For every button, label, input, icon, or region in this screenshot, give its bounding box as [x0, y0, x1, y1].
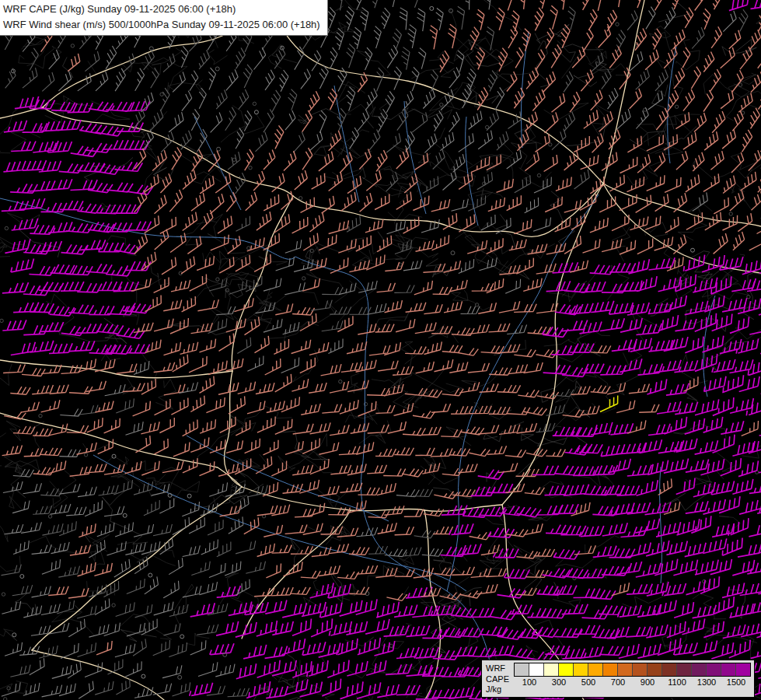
legend-swatch — [588, 663, 603, 676]
legend-swatch — [559, 663, 574, 676]
legend-swatch — [692, 663, 707, 676]
legend-swatch — [677, 663, 692, 676]
legend-tick-label: 300 — [552, 677, 566, 687]
legend-tick-label: 1300 — [697, 677, 716, 687]
legend-tick-label: 100 — [522, 677, 536, 687]
legend-label-variable: CAPE — [486, 674, 509, 685]
title-line-cape: WRF CAPE (J/kg) Sunday 09-11-2025 06:00 … — [3, 2, 320, 17]
legend-swatch — [574, 663, 588, 676]
legend-tick-label: 1500 — [727, 677, 745, 687]
cape-legend: WRF CAPE J/kg 10030050070090011001300150… — [481, 660, 755, 698]
legend-swatch — [633, 663, 648, 676]
legend-tick-label: 700 — [611, 677, 625, 687]
legend-swatch — [544, 663, 559, 676]
legend-tick-label: 900 — [641, 677, 655, 687]
legend-swatches — [514, 663, 751, 677]
wind-barb-layer — [0, 0, 761, 700]
legend-swatch — [603, 663, 618, 676]
legend-swatch — [736, 663, 750, 676]
legend-label-model: WRF — [486, 663, 509, 674]
legend-swatch — [529, 663, 544, 676]
title-box: WRF CAPE (J/kg) Sunday 09-11-2025 06:00 … — [0, 0, 328, 36]
legend-labels: WRF CAPE J/kg — [484, 663, 514, 695]
screenshot-root: WRF CAPE (J/kg) Sunday 09-11-2025 06:00 … — [0, 0, 761, 700]
legend-swatch — [648, 663, 662, 676]
legend-swatch — [618, 663, 633, 676]
title-line-shear: WRF Wind shear (m/s) 500/1000hPa Sunday … — [3, 17, 320, 33]
legend-swatch — [515, 663, 529, 676]
legend-scale: 100300500700900110013001500 — [514, 663, 751, 691]
legend-swatch — [721, 663, 736, 676]
legend-tick-label: 500 — [581, 677, 595, 687]
legend-label-unit: J/kg — [486, 684, 509, 695]
legend-swatch — [662, 663, 677, 676]
legend-tick-label: 1100 — [668, 677, 686, 687]
legend-swatch — [707, 663, 721, 676]
weather-map — [0, 0, 761, 700]
